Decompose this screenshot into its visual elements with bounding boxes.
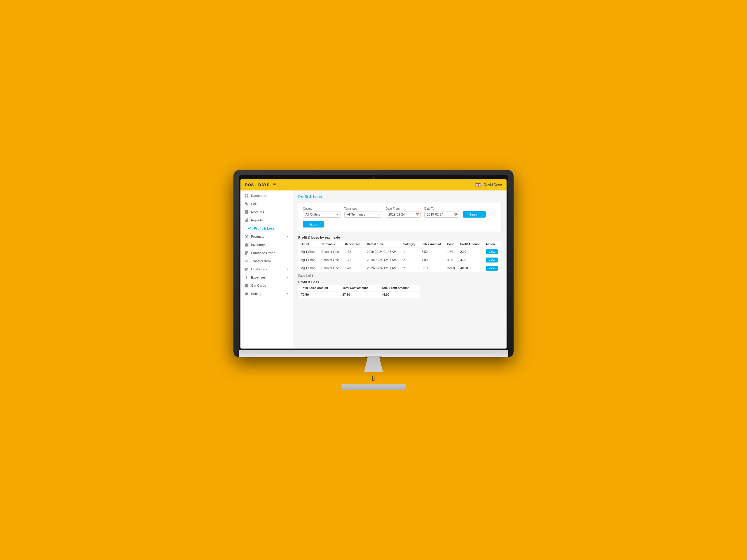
apple-logo:  <box>233 372 514 384</box>
summary-table: Total Sales Amount Total Cost amount Tot… <box>298 285 420 298</box>
sidebar-item-products[interactable]: Products ▼ <box>240 233 293 241</box>
col-sales-amount: Sales Amount <box>419 241 445 248</box>
main-table-title: Profit & Loss by each sale <box>298 236 501 239</box>
export-button[interactable]: ↑ Export <box>303 221 324 228</box>
chevron-down-icon-customers: ▼ <box>286 268 289 271</box>
pagination: Page 1 of 1 <box>298 274 501 277</box>
search-button[interactable]: Search <box>463 211 486 218</box>
sidebar-label-receipts: Receipts <box>251 210 264 214</box>
svg-rect-2 <box>245 196 246 197</box>
cell-sold-qty: 2 <box>401 264 419 272</box>
tag-icon <box>244 202 249 206</box>
sidebar-item-profit-loss[interactable]: Profit & Loss <box>240 224 293 233</box>
cell-receipt: 1-71 <box>342 256 364 264</box>
cell-profit-amount: 40.00 <box>458 264 483 272</box>
view-button[interactable]: View <box>486 266 498 271</box>
sidebar-item-customers[interactable]: Customers ▼ <box>240 265 293 273</box>
monitor-stand-neck <box>362 357 385 372</box>
table-header-row: Outlet Terminals Receipt No. Date & Time… <box>298 241 501 248</box>
sidebar-item-reports[interactable]: Reports <box>240 216 293 224</box>
sidebar-item-setting[interactable]: Setting ▼ <box>240 290 293 298</box>
sidebar-item-gift-cards[interactable]: Gift Cards <box>240 282 293 290</box>
cell-outlet: Mg T Shop <box>298 264 319 272</box>
terminal-select[interactable]: All Terminals <box>344 211 382 218</box>
transfer-icon <box>244 259 249 263</box>
summary-col-sales: Total Sales Amount <box>298 285 339 291</box>
box-icon <box>244 235 249 239</box>
sidebar-item-purchase-order[interactable]: Purchase Order <box>240 249 293 257</box>
cell-receipt: 1-72 <box>342 248 364 256</box>
date-from-input[interactable] <box>386 211 421 218</box>
sidebar-label-expenses: Expenses <box>251 276 266 279</box>
col-outlet: Outlet <box>298 241 319 248</box>
summary-col-profit: Total Profit Amount <box>379 285 420 291</box>
sidebar-label-dashboard: Dashboard <box>251 194 267 197</box>
chevron-down-icon-setting: ▼ <box>286 292 289 295</box>
main-content: Profit & Loss Outlets All Outlets <box>293 190 507 349</box>
svg-text:$: $ <box>246 276 248 279</box>
svg-rect-3 <box>247 196 248 197</box>
chevron-down-icon: ▼ <box>286 235 289 238</box>
svg-rect-1 <box>247 194 248 195</box>
filter-panel: Outlets All Outlets Terminals <box>298 203 501 232</box>
svg-point-8 <box>247 267 248 269</box>
svg-point-7 <box>246 268 247 269</box>
dollar-icon: $ <box>244 275 249 279</box>
table-row: Mg T Shop Counter One 1-72 2019-02-24 01… <box>298 248 501 256</box>
sidebar-label-gift-cards: Gift Cards <box>251 284 266 287</box>
summary-total-profit: 45.00 <box>379 291 420 298</box>
sidebar-item-receipts[interactable]: Receipts <box>240 208 293 216</box>
gear-icon <box>244 292 249 296</box>
sidebar-label-inventory: Inventory <box>251 243 265 246</box>
col-profit-amount: Profit Amount <box>458 241 483 248</box>
cell-action: View <box>484 264 501 272</box>
table-row: Mg T Shop Counter One 1-70 2019-02-24 12… <box>298 264 501 272</box>
cell-datetime: 2019-02-24 12:01 AM <box>365 264 401 272</box>
flag-icon <box>475 183 482 187</box>
sidebar-label-profit-loss: Profit & Loss <box>254 226 275 230</box>
sidebar-item-sell[interactable]: Sell <box>240 200 293 208</box>
sidebar-item-dashboard[interactable]: Dashboard <box>240 192 293 200</box>
sidebar-label-setting: Setting <box>251 292 261 295</box>
hamburger-menu-icon[interactable]: ☰ <box>273 182 277 188</box>
outlet-filter: Outlets All Outlets <box>303 207 341 218</box>
cell-datetime: 2019-02-24 01:08 AM <box>365 248 401 256</box>
summary-title: Profit & Loss <box>298 280 501 284</box>
warehouse-icon <box>244 243 249 247</box>
outlet-select[interactable]: All Outlets <box>303 211 341 218</box>
cell-profit-amount: 3.00 <box>458 256 483 264</box>
col-cost: Cost <box>445 241 458 248</box>
cell-receipt: 1-70 <box>342 264 364 272</box>
user-name: David Dave <box>484 183 502 187</box>
gift-icon <box>244 284 249 288</box>
app-body: Dashboard Sell Receipts Reports <box>240 190 507 349</box>
outlet-select-wrapper: All Outlets <box>303 211 341 218</box>
top-bar-right: David Dave <box>475 183 502 187</box>
sidebar-label-customers: Customers <box>251 267 267 271</box>
date-from-filter: Date From <box>386 207 421 218</box>
chart-line-icon <box>248 226 252 231</box>
cell-cost: 4.00 <box>445 256 458 264</box>
sidebar-label-transfer-item: Transfer Item <box>251 259 271 263</box>
date-to-input[interactable] <box>424 211 459 218</box>
col-sold-qty: Sold Qty. <box>401 241 419 248</box>
sidebar-item-transfer-item[interactable]: Transfer Item <box>240 257 293 265</box>
filter-row: Outlets All Outlets Terminals <box>303 207 497 228</box>
sidebar-label-sell: Sell <box>251 202 257 206</box>
cell-profit-amount: 2.00 <box>458 248 483 256</box>
svg-rect-11 <box>245 284 248 285</box>
order-icon <box>244 251 249 255</box>
summary-col-cost: Total Cost amount <box>339 285 379 291</box>
svg-rect-10 <box>245 285 248 287</box>
svg-rect-0 <box>245 194 246 195</box>
cell-sold-qty: 2 <box>401 256 419 264</box>
app-logo: POS : DAYS <box>245 183 269 187</box>
view-button[interactable]: View <box>486 258 498 263</box>
summary-total-sales: 72.50 <box>298 291 339 298</box>
view-button[interactable]: View <box>486 249 498 254</box>
sidebar-item-inventory[interactable]: Inventory <box>240 241 293 249</box>
cell-terminal: Counter One <box>319 248 342 256</box>
date-to-filter: Date To <box>424 207 459 218</box>
sidebar-item-expenses[interactable]: $ Expenses ▼ <box>240 273 293 282</box>
terminal-label: Terminals <box>344 207 382 210</box>
